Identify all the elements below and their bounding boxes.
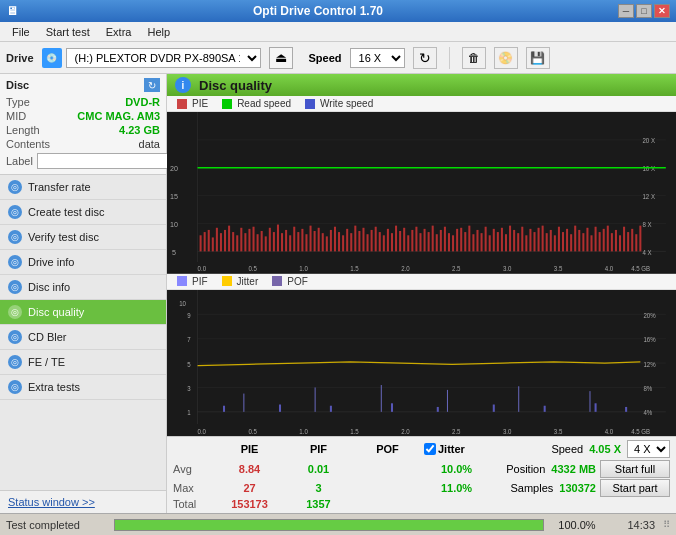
- resize-handle[interactable]: ⠿: [663, 519, 670, 530]
- disc-section-title: Disc: [6, 79, 29, 91]
- svg-rect-24: [232, 232, 234, 251]
- svg-rect-46: [322, 233, 324, 251]
- svg-rect-103: [554, 235, 556, 251]
- svg-rect-29: [253, 227, 255, 252]
- col-pof-header: POF: [355, 443, 420, 455]
- samples-label: Samples: [510, 482, 553, 494]
- svg-text:2.5: 2.5: [452, 265, 461, 272]
- nav-icon-verify-test: ◎: [8, 230, 22, 244]
- svg-rect-102: [550, 230, 552, 251]
- svg-rect-105: [562, 232, 564, 251]
- start-full-button[interactable]: Start full: [600, 460, 670, 478]
- svg-rect-35: [277, 225, 279, 252]
- svg-rect-27: [244, 233, 246, 251]
- svg-rect-162: [243, 393, 244, 411]
- svg-rect-72: [428, 232, 430, 251]
- svg-text:5: 5: [187, 360, 191, 368]
- svg-text:4 X: 4 X: [642, 248, 652, 255]
- nav-label-extra-tests: Extra tests: [28, 381, 80, 393]
- nav-fe-te[interactable]: ◎ FE / TE: [0, 350, 166, 375]
- nav-verify-test-disc[interactable]: ◎ Verify test disc: [0, 225, 166, 250]
- svg-rect-49: [334, 227, 336, 252]
- nav-create-test-disc[interactable]: ◎ Create test disc: [0, 200, 166, 225]
- nav-transfer-rate[interactable]: ◎ Transfer rate: [0, 175, 166, 200]
- speed-static-label: Speed: [551, 443, 583, 455]
- jitter-checkbox[interactable]: [424, 443, 436, 455]
- menu-help[interactable]: Help: [139, 24, 178, 40]
- svg-rect-78: [452, 235, 454, 251]
- write-button[interactable]: 📀: [494, 47, 518, 69]
- svg-rect-43: [310, 226, 312, 252]
- legend-pif-color: [177, 276, 187, 286]
- start-part-button[interactable]: Start part: [600, 479, 670, 497]
- svg-rect-107: [570, 234, 572, 251]
- menu-extra[interactable]: Extra: [98, 24, 140, 40]
- svg-rect-50: [338, 232, 340, 251]
- disc-label-input[interactable]: [37, 153, 170, 169]
- svg-text:0.5: 0.5: [248, 265, 257, 272]
- svg-rect-165: [447, 390, 448, 412]
- save-button[interactable]: 💾: [526, 47, 550, 69]
- svg-rect-84: [476, 230, 478, 251]
- chart-header-icon: i: [175, 77, 191, 93]
- nav-label-fe-te: FE / TE: [28, 356, 65, 368]
- nav-icon-drive-info: ◎: [8, 255, 22, 269]
- erase-button[interactable]: 🗑: [462, 47, 486, 69]
- eject-button[interactable]: ⏏: [269, 47, 293, 69]
- stats-area: PIE PIF POF Jitter Speed 4.05 X 4 X Avg: [167, 436, 676, 513]
- svg-rect-34: [273, 232, 275, 251]
- menu-start-test[interactable]: Start test: [38, 24, 98, 40]
- bottom-chart-svg: 1 3 5 7 9 10 4% 8% 12% 16% 20%: [167, 290, 676, 436]
- svg-rect-104: [558, 227, 560, 252]
- svg-rect-57: [367, 234, 369, 251]
- svg-rect-112: [590, 235, 592, 251]
- nav-disc-info[interactable]: ◎ Disc info: [0, 275, 166, 300]
- minimize-button[interactable]: ─: [618, 4, 634, 18]
- svg-rect-157: [437, 407, 439, 412]
- svg-text:1.5: 1.5: [350, 427, 359, 435]
- avg-jitter: 10.0%: [424, 463, 489, 475]
- avg-label: Avg: [173, 463, 213, 475]
- disc-refresh-button[interactable]: ↻: [144, 78, 160, 92]
- drive-select-group: 💿 (H:) PLEXTOR DVDR PX-890SA 1.00: [42, 48, 261, 68]
- status-text: Test completed: [6, 519, 106, 531]
- svg-text:12 X: 12 X: [642, 193, 655, 200]
- drive-dropdown[interactable]: (H:) PLEXTOR DVDR PX-890SA 1.00: [66, 48, 261, 68]
- nav-extra-tests[interactable]: ◎ Extra tests: [0, 375, 166, 400]
- svg-rect-54: [354, 226, 356, 252]
- nav-cd-bler[interactable]: ◎ CD Bler: [0, 325, 166, 350]
- nav-disc-quality[interactable]: ◎ Disc quality: [0, 300, 166, 325]
- maximize-button[interactable]: □: [636, 4, 652, 18]
- svg-rect-167: [589, 391, 590, 412]
- legend-pof: POF: [272, 276, 308, 287]
- toolbar-separator: [449, 47, 450, 69]
- disc-contents-value: data: [139, 138, 160, 150]
- svg-text:12%: 12%: [643, 360, 655, 368]
- nav-label-verify-test: Verify test disc: [28, 231, 99, 243]
- svg-rect-22: [224, 230, 226, 251]
- svg-rect-16: [200, 235, 202, 251]
- nav-drive-info[interactable]: ◎ Drive info: [0, 250, 166, 275]
- status-window-link[interactable]: Status window >>: [0, 490, 166, 513]
- svg-rect-115: [603, 229, 605, 252]
- status-time: 14:33: [610, 519, 655, 531]
- refresh-button[interactable]: ↻: [413, 47, 437, 69]
- svg-rect-120: [623, 227, 625, 252]
- close-button[interactable]: ✕: [654, 4, 670, 18]
- speed-select-dropdown[interactable]: 4 X: [627, 440, 670, 458]
- legend-write-speed: Write speed: [305, 98, 373, 109]
- disc-contents-label: Contents: [6, 138, 50, 150]
- legend-read-label: Read speed: [237, 98, 291, 109]
- nav-menu: ◎ Transfer rate ◎ Create test disc ◎ Ver…: [0, 175, 166, 400]
- svg-text:2.0: 2.0: [401, 427, 410, 435]
- svg-text:1.5: 1.5: [350, 265, 359, 272]
- menu-file[interactable]: File: [4, 24, 38, 40]
- nav-label-cd-bler: CD Bler: [28, 331, 67, 343]
- svg-rect-51: [342, 235, 344, 251]
- svg-rect-160: [595, 403, 597, 412]
- svg-rect-40: [297, 232, 299, 251]
- speed-dropdown[interactable]: 16 X: [350, 48, 405, 68]
- legend-top: PIE Read speed Write speed: [167, 96, 676, 112]
- position-label: Position: [506, 463, 545, 475]
- app-icon: 🖥: [6, 4, 18, 18]
